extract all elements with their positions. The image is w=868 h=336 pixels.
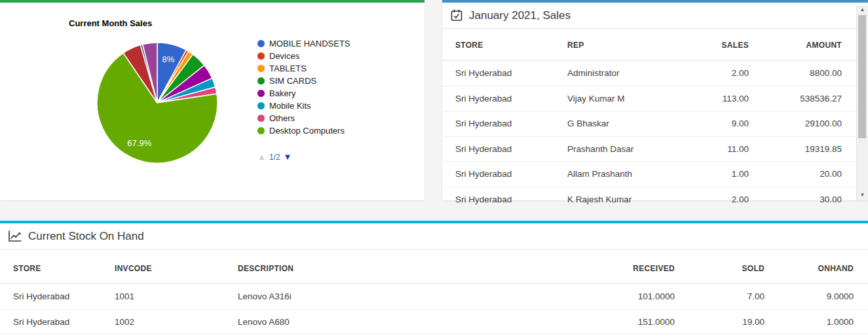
table-cell: 1002: [115, 317, 238, 327]
table-row: Sri HyderabadAdministrator2.008800.00: [442, 61, 868, 86]
scroll-down-arrow-icon[interactable]: ▼: [857, 191, 868, 200]
table-cell: Sri Hyderabad: [13, 317, 115, 327]
legend-label: Bakery: [269, 88, 295, 98]
table-cell: 1.00: [670, 169, 749, 179]
table-cell: Administrator: [567, 68, 670, 78]
table-cell: Sri Hyderabad: [455, 119, 567, 128]
sales-panel-title: January 2021, Sales: [469, 9, 571, 22]
column-header-store: STORE: [13, 264, 115, 273]
table-cell: 1.0000: [764, 317, 854, 327]
legend-label: Devices: [269, 51, 299, 61]
table-row: Sri Hyderabad1001Lenovo A316i101.00007.0…: [0, 284, 868, 310]
legend-label: MOBILE HANDSETS: [269, 39, 350, 48]
table-cell: G Bhaskar: [567, 119, 670, 128]
legend-pagination: ▲ 1/2 ▼: [257, 152, 292, 162]
table-cell: 11.00: [670, 144, 749, 154]
scroll-up-arrow-icon[interactable]: ▲: [857, 5, 868, 14]
legend-color-dot: [257, 115, 265, 122]
column-header-description: DESCRIPTION: [238, 264, 557, 273]
pie-chart-svg: 8%67.9%: [0, 3, 425, 198]
legend-label: Others: [269, 113, 295, 123]
january-sales-panel: January 2021, Sales STOREREPSALESAMOUNT …: [442, 0, 868, 200]
current-stock-panel: Current Stock On Hand STOREINVCODEDESCRI…: [0, 221, 868, 336]
table-cell: 9.00: [670, 119, 749, 128]
table-cell: Sri Hyderabad: [455, 144, 567, 154]
table-cell: 101.0000: [557, 291, 675, 301]
pie-slice-label: 67.9%: [127, 138, 151, 148]
table-cell: 20.00: [749, 169, 842, 179]
table-cell: 7.00: [675, 291, 764, 301]
table-cell: 538536.27: [749, 94, 842, 103]
column-header-sold: SOLD: [675, 264, 764, 273]
legend-item: Devices: [257, 50, 350, 62]
legend-label: Desktop Computers: [269, 126, 345, 136]
pie-slice-label: 8%: [162, 54, 175, 64]
legend-color-dot: [257, 52, 265, 60]
table-cell: 151.0000: [557, 317, 675, 327]
table-cell: Sri Hyderabad: [455, 195, 567, 204]
legend-page-indicator: 1/2: [269, 153, 280, 162]
pie-chart-title: Current Month Sales: [69, 18, 152, 28]
legend-color-dot: [257, 77, 265, 84]
table-cell: 29100.00: [749, 119, 842, 128]
table-cell: 8800.00: [749, 68, 842, 78]
sales-table: STOREREPSALESAMOUNT Sri HyderabadAdminis…: [442, 31, 868, 212]
legend-color-dot: [257, 65, 265, 72]
legend-item: TABLETS: [257, 62, 350, 75]
column-header-amount: AMOUNT: [749, 41, 842, 50]
legend-item: Mobile Kits: [257, 100, 350, 112]
legend-label: TABLETS: [269, 64, 307, 73]
legend-color-dot: [257, 90, 265, 97]
table-cell: 9.0000: [764, 291, 854, 301]
table-cell: 19.00: [675, 317, 764, 327]
current-month-sales-panel: 8%67.9% Current Month Sales MOBILE HANDS…: [0, 0, 425, 200]
line-chart-icon: [8, 230, 22, 242]
stock-table-body: Sri Hyderabad1001Lenovo A316i101.00007.0…: [0, 284, 868, 335]
legend-item: MOBILE HANDSETS: [257, 37, 350, 50]
stock-panel-header: Current Stock On Hand: [0, 223, 868, 250]
table-row: Sri HyderabadPrashanth Dasar11.0019319.8…: [442, 137, 868, 162]
legend-item: SIM CARDS: [257, 75, 350, 87]
table-cell: Sri Hyderabad: [455, 68, 567, 78]
stock-panel-title: Current Stock On Hand: [28, 230, 144, 243]
legend-color-dot: [257, 40, 265, 47]
table-cell: 113.00: [670, 94, 749, 103]
table-cell: Prashanth Dasar: [567, 144, 670, 154]
legend-color-dot: [257, 127, 265, 134]
sales-panel-header: January 2021, Sales: [442, 3, 868, 29]
table-cell: Allam Prashanth: [567, 169, 670, 179]
column-header-onhand: ONHAND: [764, 264, 854, 273]
column-header-store: STORE: [455, 41, 567, 50]
table-row: Sri HyderabadVijay Kumar M113.00538536.2…: [442, 86, 868, 112]
table-cell: Vijay Kumar M: [567, 94, 670, 103]
table-cell: 19319.85: [749, 144, 842, 154]
legend-item: Bakery: [257, 87, 350, 100]
stock-table: STOREINVCODEDESCRIPTIONRECEIVEDSOLDONHAN…: [0, 254, 868, 335]
table-row: Sri HyderabadAllam Prashanth1.0020.00: [442, 162, 868, 187]
pie-legend: MOBILE HANDSETSDevicesTABLETSSIM CARDSBa…: [257, 37, 350, 137]
column-header-sales: SALES: [670, 41, 749, 50]
sales-table-body: Sri HyderabadAdministrator2.008800.00Sri…: [442, 61, 868, 212]
table-row: Sri Hyderabad1002Lenovo A680151.000019.0…: [0, 310, 868, 335]
table-cell: Lenovo A680: [238, 317, 557, 327]
table-cell: 2.00: [670, 195, 749, 204]
calendar-check-icon: [450, 9, 463, 22]
table-cell: K Rajesh Kumar: [567, 195, 670, 204]
scrollbar-thumb[interactable]: [858, 15, 866, 138]
legend-item: Others: [257, 112, 350, 124]
table-row: Sri HyderabadK Rajesh Kumar2.0030.00: [442, 187, 868, 213]
dashboard: 8%67.9% Current Month Sales MOBILE HANDS…: [0, 0, 868, 336]
legend-label: Mobile Kits: [269, 101, 311, 111]
sales-table-header: STOREREPSALESAMOUNT: [442, 31, 868, 61]
down-triangle-icon[interactable]: ▼: [284, 152, 292, 162]
table-cell: 30.00: [749, 195, 842, 204]
table-row: Sri HyderabadG Bhaskar9.0029100.00: [442, 111, 868, 137]
vertical-scrollbar[interactable]: ▲ ▼: [856, 5, 868, 200]
table-cell: 2.00: [670, 68, 749, 78]
column-header-rep: REP: [567, 41, 670, 50]
legend-label: SIM CARDS: [269, 76, 316, 86]
up-triangle-icon[interactable]: ▲: [257, 152, 266, 162]
table-cell: Sri Hyderabad: [455, 169, 567, 179]
column-header-received: RECEIVED: [557, 264, 675, 273]
table-cell: Sri Hyderabad: [455, 94, 567, 103]
